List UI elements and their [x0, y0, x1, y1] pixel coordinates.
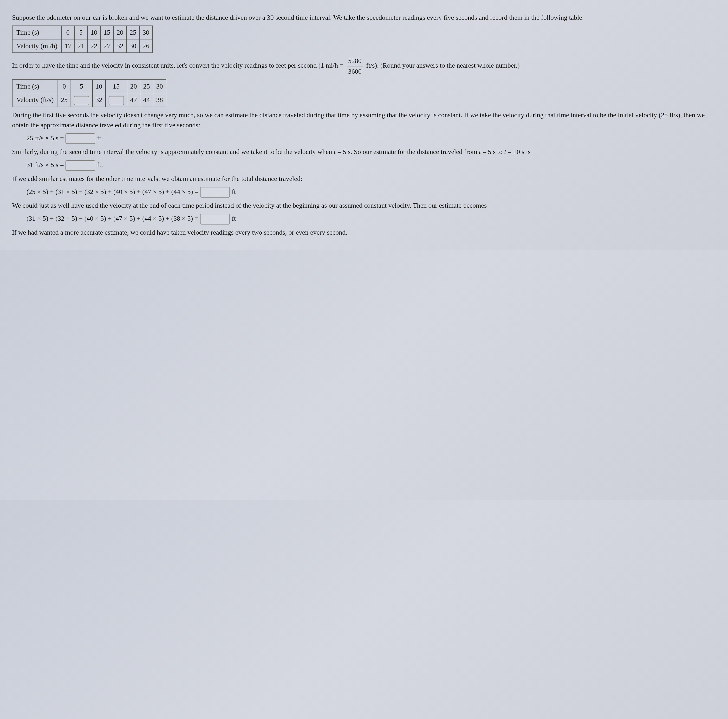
t2-v5: 44 — [140, 93, 153, 107]
t1-c: 25 — [126, 26, 139, 39]
eq1: 25 ft/s × 5 s = ft. — [26, 133, 716, 144]
t2-c: 10 — [92, 79, 106, 93]
t1-c: 10 — [87, 26, 100, 39]
p3c: = 5 s to — [481, 148, 504, 156]
eq2-left: 31 ft/s × 5 s = — [26, 161, 64, 168]
intro-text: Suppose the odometer on our car is broke… — [12, 12, 716, 23]
convert-text: In order to have the time and the veloci… — [12, 56, 716, 76]
frac-den: 3600 — [347, 66, 363, 76]
t2-vellabel: Velocity (ft/s) — [12, 93, 58, 107]
p3b: = 5 s. So our estimate for the distance … — [336, 148, 479, 156]
eq1-unit: ft. — [97, 134, 103, 142]
t2-v2: 32 — [92, 93, 106, 107]
t2-c: 25 — [140, 79, 153, 93]
t1-v: 27 — [100, 39, 113, 53]
t2-v0: 25 — [58, 93, 71, 107]
eq2-unit: ft. — [97, 161, 103, 168]
t2-c: 20 — [127, 79, 140, 93]
para-second: Similarly, during the second time interv… — [12, 147, 716, 157]
t2-v6: 38 — [153, 93, 166, 107]
t1-c: 5 — [74, 26, 87, 39]
t1-v: 30 — [126, 39, 139, 53]
t2-c: 0 — [58, 79, 71, 93]
t1-v: 26 — [139, 39, 152, 53]
t2-c: 15 — [106, 79, 127, 93]
frac-num: 5280 — [347, 56, 363, 66]
eq3-left: (25 × 5) + (31 × 5) + (32 × 5) + (40 × 5… — [26, 188, 198, 195]
eq1-input[interactable] — [66, 133, 95, 144]
eq4-left: (31 × 5) + (32 × 5) + (40 × 5) + (47 × 5… — [26, 215, 198, 222]
t1-c: 20 — [113, 26, 126, 39]
t1-v: 21 — [74, 39, 87, 53]
eq1-left: 25 ft/s × 5 s = — [26, 134, 64, 142]
para-endvel: We could just as well have used the velo… — [12, 200, 716, 211]
table-mih: Time (s) 0 5 10 15 20 25 30 Velocity (mi… — [12, 26, 153, 53]
table-fts: Time (s) 0 5 10 15 20 25 30 Velocity (ft… — [12, 79, 166, 107]
para-accurate: If we had wanted a more accurate estimat… — [12, 227, 716, 238]
para-total: If we add similar estimates for the othe… — [12, 174, 716, 184]
convert-post: ft/s). (Round your answers to the neares… — [366, 62, 520, 69]
t-var: t — [479, 148, 481, 156]
t1-c: 15 — [100, 26, 113, 39]
eq4: (31 × 5) + (32 × 5) + (40 × 5) + (47 × 5… — [26, 214, 716, 224]
t-var: t — [333, 148, 336, 156]
eq2-input[interactable] — [66, 160, 95, 171]
eq3-input[interactable] — [200, 187, 230, 198]
para-firstfive: During the first five seconds the veloci… — [12, 110, 716, 130]
eq3-unit: ft — [232, 188, 236, 195]
eq4-input[interactable] — [200, 214, 230, 224]
t2-v1-input[interactable] — [71, 93, 92, 107]
p3d: = 10 s is — [506, 148, 530, 156]
t1-v: 17 — [61, 39, 74, 53]
fraction: 5280 3600 — [347, 56, 363, 76]
t1-timelabel: Time (s) — [12, 26, 61, 39]
t2-timelabel: Time (s) — [12, 79, 58, 93]
t1-c: 30 — [139, 26, 152, 39]
t1-c: 0 — [61, 26, 74, 39]
p3a: Similarly, during the second time interv… — [12, 148, 333, 156]
eq3: (25 × 5) + (31 × 5) + (32 × 5) + (40 × 5… — [26, 187, 716, 198]
t2-v3-input[interactable] — [106, 93, 127, 107]
convert-pre: In order to have the time and the veloci… — [12, 62, 344, 69]
t2-v4: 47 — [127, 93, 140, 107]
t1-vellabel: Velocity (mi/h) — [12, 39, 61, 53]
t2-c: 5 — [71, 79, 92, 93]
eq2: 31 ft/s × 5 s = ft. — [26, 160, 716, 171]
eq4-unit: ft — [232, 215, 236, 222]
t1-v: 32 — [113, 39, 126, 53]
t2-c: 30 — [153, 79, 166, 93]
t1-v: 22 — [87, 39, 100, 53]
